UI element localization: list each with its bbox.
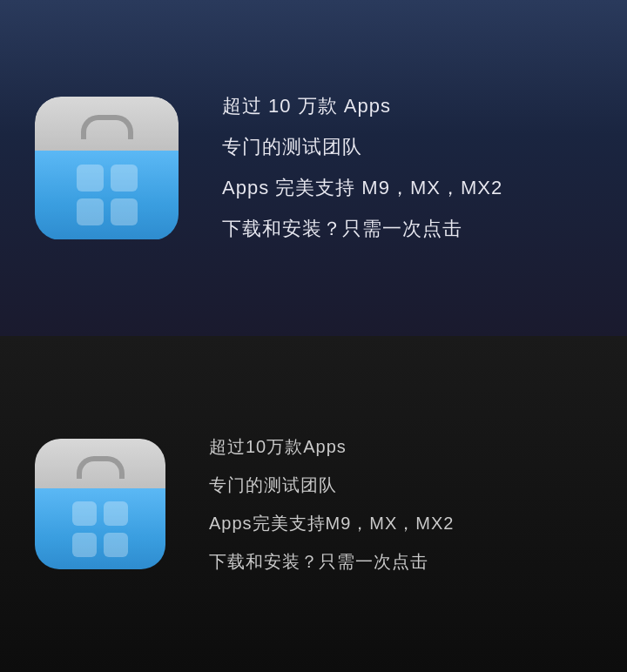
list-item: 专门的测试团队 [209, 473, 455, 497]
list-item: 超过10万款Apps [209, 434, 455, 459]
grid-cell [111, 198, 138, 225]
app-icon-bottom [35, 439, 165, 569]
text-list-top: 超过 10 万款 Apps 专门的测试团队 Apps 完美支持 M9，MX，MX… [222, 93, 502, 242]
grid-icon [77, 165, 138, 225]
content-row-top: 超过 10 万款 Apps 专门的测试团队 Apps 完美支持 M9，MX，MX… [35, 93, 592, 242]
list-item: 专门的测试团队 [222, 134, 502, 161]
list-item: 超过 10 万款 Apps [222, 93, 502, 120]
bag-handle-2 [77, 456, 125, 479]
app-icon-top [35, 97, 179, 240]
grid-cell [104, 533, 128, 557]
text-list-bottom: 超过10万款Apps 专门的测试团队 Apps完美支持M9，MX，MX2 下载和… [209, 434, 455, 574]
section-top: 超过 10 万款 Apps 专门的测试团队 Apps 完美支持 M9，MX，MX… [0, 0, 627, 336]
section-bottom: 超过10万款Apps 专门的测试团队 Apps完美支持M9，MX，MX2 下载和… [0, 336, 627, 672]
grid-cell [77, 198, 104, 225]
grid-cell [72, 533, 97, 557]
content-row-bottom: 超过10万款Apps 专门的测试团队 Apps完美支持M9，MX，MX2 下载和… [35, 434, 592, 574]
grid-cell [72, 501, 97, 526]
list-item: 下载和安装？只需一次点击 [222, 216, 502, 243]
list-item: Apps 完美支持 M9，MX，MX2 [222, 175, 502, 202]
grid-cell [104, 501, 128, 526]
grid-cell [77, 165, 104, 192]
grid-icon-2 [72, 501, 128, 557]
list-item: 下载和安装？只需一次点击 [209, 549, 455, 574]
grid-cell [111, 165, 138, 192]
list-item: Apps完美支持M9，MX，MX2 [209, 511, 455, 535]
bag-handle [81, 115, 133, 139]
